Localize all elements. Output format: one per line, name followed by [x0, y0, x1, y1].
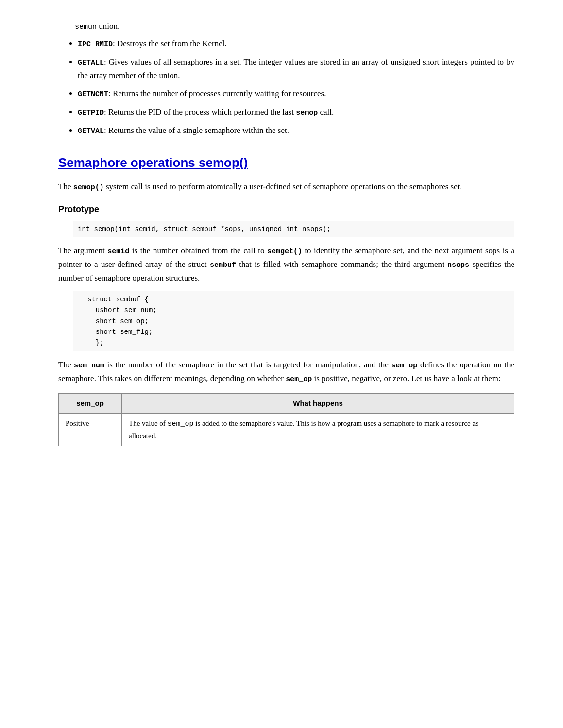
table-header-row: sem_op What happens	[59, 393, 514, 413]
prototype-heading: Prototype	[58, 202, 514, 216]
table-cell-semop-value: Positive	[59, 413, 122, 446]
sem-op-table-code: sem_op	[168, 420, 194, 428]
list-item-getval: GETVAL: Returns the value of a single se…	[78, 124, 514, 137]
nsops-code: nsops	[447, 261, 469, 269]
section-heading-link[interactable]: Semaphore operations semop()	[58, 155, 248, 170]
col2-header: What happens	[122, 393, 514, 413]
semop-inline-code: semop	[296, 109, 318, 117]
semop-call-code: semop()	[73, 183, 104, 192]
getval-code: GETVAL	[78, 127, 104, 135]
sem-num-code: sem_num	[74, 362, 104, 370]
prototype-code-block: int semop(int semid, struct sembuf *sops…	[73, 221, 514, 237]
getall-text: : Gives values of all semaphores in a se…	[78, 57, 514, 80]
sem-op-code2: sem_op	[286, 375, 312, 383]
list-item-getall: GETALL: Gives values of all semaphores i…	[78, 55, 514, 82]
intro-semun: semun union.	[58, 19, 514, 33]
col1-header: sem_op	[59, 393, 122, 413]
semget-code: semget()	[267, 248, 302, 256]
table-row: Positive The value of sem_op is added to…	[59, 413, 514, 446]
body-paragraph-2: The sem_num is the number of the semapho…	[58, 358, 514, 385]
ipc-rmid-text: : Destroys the set from the Kernel.	[113, 39, 227, 48]
section-title: Semaphore operations semop()	[58, 155, 248, 170]
getncnt-text: : Returns the number of processes curren…	[108, 89, 326, 98]
body-paragraph-1: The argument semid is the number obtaine…	[58, 244, 514, 284]
getpid-text2: call.	[318, 107, 334, 116]
intro-paragraph: The semop() system call is used to perfo…	[58, 180, 514, 194]
struct-code-block: struct sembuf { ushort sem_num; short se…	[73, 291, 514, 351]
section-heading: Semaphore operations semop()	[58, 153, 514, 173]
bullet-list: IPC_RMID: Destroys the set from the Kern…	[58, 37, 514, 137]
table-cell-description: The value of sem_op is added to the sema…	[122, 413, 514, 446]
getncnt-code: GETNCNT	[78, 90, 108, 99]
list-item-ipc-rmid: IPC_RMID: Destroys the set from the Kern…	[78, 37, 514, 50]
sem-op-code: sem_op	[391, 362, 417, 370]
getpid-text: : Returns the PID of the process which p…	[104, 107, 296, 116]
ipc-rmid-code: IPC_RMID	[78, 40, 113, 49]
list-item-getpid: GETPID: Returns the PID of the process w…	[78, 105, 514, 119]
semid-code: semid	[107, 248, 129, 256]
sembuf-code: sembuf	[210, 261, 236, 269]
getval-text: : Returns the value of a single semaphor…	[104, 126, 289, 135]
getall-code: GETALL	[78, 59, 104, 67]
semun-code: semun	[75, 23, 97, 31]
getpid-code: GETPID	[78, 109, 104, 117]
semop-table: sem_op What happens Positive The value o…	[58, 393, 514, 446]
list-item-getncnt: GETNCNT: Returns the number of processes…	[78, 87, 514, 100]
